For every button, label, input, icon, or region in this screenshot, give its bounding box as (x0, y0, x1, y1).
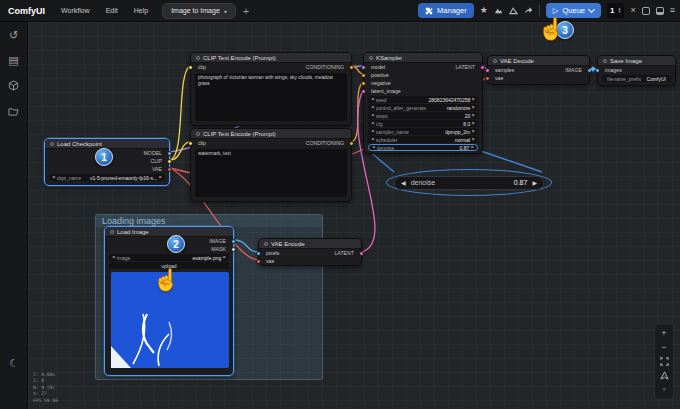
select-cursor-icon[interactable] (660, 371, 669, 380)
clip-output-port[interactable] (167, 159, 172, 164)
scheduler-widget[interactable]: ◀schedulernormal▶ (368, 136, 478, 143)
queue-button[interactable]: ▷ Queue (546, 3, 601, 18)
workflow-tab[interactable]: Image to Image ● (162, 3, 236, 19)
next-value-icon[interactable]: ▶ (472, 130, 475, 134)
image-output-port[interactable] (231, 239, 236, 244)
new-tab-button[interactable]: + (236, 5, 256, 17)
pixels-input-port[interactable] (256, 251, 261, 256)
collapse-dot-icon[interactable] (196, 56, 200, 60)
workflows-folder-icon[interactable] (8, 107, 19, 118)
prev-value-icon[interactable]: ◀ (372, 146, 375, 150)
prev-value-icon[interactable]: ◀ (371, 106, 374, 110)
prev-value-icon[interactable]: ◀ (52, 176, 55, 180)
next-value-icon[interactable]: ▶ (472, 114, 475, 118)
next-value-icon[interactable]: ▶ (159, 176, 162, 180)
prev-value-icon[interactable]: ◀ (371, 98, 374, 102)
negative-input-port[interactable] (361, 81, 366, 86)
latent-output-port[interactable] (359, 251, 364, 256)
menu-help[interactable]: Help (126, 7, 156, 14)
negative-prompt-textarea[interactable]: watermark, text (195, 149, 347, 197)
seed-widget[interactable]: ◀seed280823642470258▶ (368, 96, 478, 103)
collapse-dot-icon[interactable] (110, 230, 114, 234)
node-header[interactable]: Save Image (598, 56, 675, 66)
zoom-in-icon[interactable]: + (661, 329, 666, 338)
image-select-widget[interactable]: ◀ image example.png ▶ (109, 254, 229, 261)
node-header[interactable]: KSampler (364, 53, 482, 63)
menu-edit[interactable]: Edit (98, 7, 126, 14)
gallery-icon-2[interactable] (509, 6, 518, 15)
node-header[interactable]: Load Image (105, 227, 233, 237)
share-icon[interactable] (524, 6, 533, 15)
model-input-port[interactable] (361, 65, 366, 70)
panel-toggle-icon[interactable] (642, 7, 650, 15)
latent-image-input-port[interactable] (361, 89, 366, 94)
node-clip-text-encode-negative[interactable]: CLIP Text Encode (Prompt) clip CONDITION… (190, 128, 352, 202)
model-output-port[interactable] (167, 151, 172, 156)
control-after-generate-widget[interactable]: ◀control_after_generaterandomize▶ (368, 104, 478, 111)
node-clip-text-encode-positive[interactable]: CLIP Text Encode (Prompt) clip CONDITION… (190, 52, 352, 126)
node-library-icon[interactable]: ▤ (8, 55, 18, 66)
vae-output-port[interactable] (167, 167, 172, 172)
node-vae-decode[interactable]: VAE Decode samples IMAGE vae (487, 55, 590, 85)
fit-view-icon[interactable] (660, 357, 669, 366)
prev-value-icon[interactable]: ◀ (371, 122, 374, 126)
batch-count-stepper[interactable]: 1 ▲▼ (607, 3, 624, 18)
menu-workflow[interactable]: Workflow (53, 7, 98, 14)
node-save-image[interactable]: Save Image images filename_prefix ComfyU… (597, 55, 676, 86)
node-vae-encode[interactable]: VAE Encode pixels LATENT vae (258, 238, 362, 266)
widget-name: cfg (376, 121, 383, 127)
collapse-dot-icon[interactable] (264, 242, 268, 246)
conditioning-output-port[interactable] (349, 141, 354, 146)
next-value-icon[interactable]: ▶ (472, 122, 475, 126)
steps-widget[interactable]: ◀steps20▶ (368, 112, 478, 119)
collapse-dot-icon[interactable] (369, 56, 373, 60)
next-value-icon[interactable]: ▶ (472, 98, 475, 102)
mask-output-port[interactable] (231, 247, 236, 252)
next-value-icon[interactable]: ▶ (472, 138, 475, 142)
vae-input-port[interactable] (256, 259, 261, 264)
clip-input-port[interactable] (188, 65, 193, 70)
collapse-dot-icon[interactable] (493, 59, 497, 63)
model-library-icon[interactable] (8, 80, 19, 93)
clip-input-port[interactable] (188, 141, 193, 146)
gallery-icon[interactable] (494, 6, 503, 15)
widget-name: seed (376, 97, 387, 103)
vae-input-port[interactable] (485, 76, 490, 81)
next-value-icon[interactable]: ▶ (472, 106, 475, 110)
collapse-dot-icon[interactable] (603, 59, 607, 63)
dock-bottom-icon[interactable] (656, 7, 664, 15)
puzzle-icon (425, 7, 433, 15)
clear-queue-icon[interactable]: × (630, 6, 635, 15)
collapse-dot-icon[interactable] (50, 142, 54, 146)
decrement-icon[interactable]: ▼ (618, 11, 622, 13)
filename-prefix-widget[interactable]: filename_prefix ComfyUI (602, 75, 671, 82)
ckpt-name-widget[interactable]: ◀ ckpt_name v1-5-pruned-emaonly-fp16-s..… (49, 174, 165, 181)
node-header[interactable]: VAE Decode (488, 56, 589, 66)
cfg-widget[interactable]: ◀cfg8.0▶ (368, 120, 478, 127)
prev-value-icon[interactable]: ◀ (371, 114, 374, 118)
node-header[interactable]: CLIP Text Encode (Prompt) (191, 53, 351, 63)
node-ksampler[interactable]: KSampler model LATENT positive negative … (363, 52, 483, 154)
node-header[interactable]: Load Checkpoint (45, 139, 169, 149)
next-value-icon[interactable]: ▶ (223, 256, 226, 260)
samples-input-port[interactable] (485, 68, 490, 73)
positive-input-port[interactable] (361, 73, 366, 78)
conditioning-output-port[interactable] (349, 65, 354, 70)
next-value-icon[interactable]: ▶ (471, 146, 474, 150)
positive-prompt-textarea[interactable]: photograph of victorian woman with wings… (195, 73, 347, 121)
prev-value-icon[interactable]: ◀ (112, 256, 115, 260)
node-header[interactable]: VAE Encode (259, 239, 361, 249)
queue-history-icon[interactable]: ↺ (9, 30, 18, 41)
toggle-links-icon[interactable]: ◦ (662, 385, 665, 394)
denoise-widget[interactable]: ◀denoise0.87▶ (368, 144, 478, 151)
collapse-dot-icon[interactable] (196, 132, 200, 136)
manager-button[interactable]: Manager (418, 3, 474, 18)
prev-value-icon[interactable]: ◀ (371, 138, 374, 142)
zoom-out-icon[interactable]: − (661, 343, 666, 352)
theme-toggle-moon-icon[interactable]: ☾ (0, 358, 28, 369)
sampler-name-widget[interactable]: ◀sampler_namedpmpp_2m▶ (368, 128, 478, 135)
node-header[interactable]: CLIP Text Encode (Prompt) (191, 129, 351, 139)
star-icon[interactable]: ★ (480, 6, 488, 15)
prev-value-icon[interactable]: ◀ (371, 130, 374, 134)
queue-list-icon[interactable]: ≡ (670, 6, 675, 15)
